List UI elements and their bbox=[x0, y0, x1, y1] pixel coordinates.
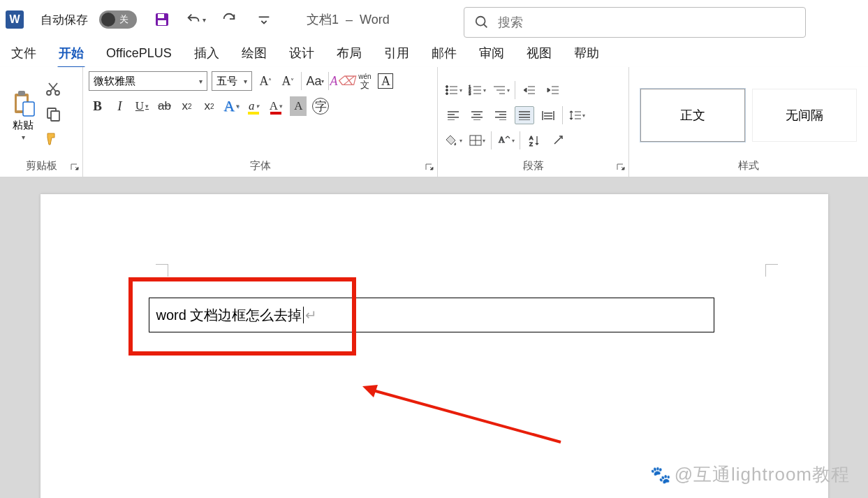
tab-design[interactable]: 设计 bbox=[282, 41, 321, 66]
style-normal[interactable]: 正文 bbox=[640, 89, 745, 142]
document-area[interactable]: word 文档边框怎么去掉↵ bbox=[0, 177, 868, 498]
clear-format-button[interactable]: A⌫ bbox=[333, 72, 351, 90]
show-marks-button[interactable] bbox=[548, 131, 568, 149]
underline-button[interactable]: U▾ bbox=[133, 96, 150, 116]
font-color-button[interactable]: A▾ bbox=[267, 96, 284, 116]
dialog-launcher-icon[interactable] bbox=[425, 163, 434, 173]
align-justify-button[interactable] bbox=[515, 106, 534, 124]
svg-line-67 bbox=[371, 390, 561, 442]
document-title: 文档1 – Word bbox=[307, 11, 390, 28]
cut-icon[interactable] bbox=[45, 80, 61, 100]
group-paragraph: ▾ 123▾ ▾ ▾ ▾ ▾ A▾ bbox=[438, 67, 629, 177]
tab-home[interactable]: 开始 bbox=[52, 41, 91, 66]
annotation-arrow-icon bbox=[358, 379, 568, 449]
ribbon-tabs: 文件 开始 OfficePLUS 插入 绘图 设计 布局 引用 邮件 审阅 视图… bbox=[0, 39, 868, 67]
svg-text:Z: Z bbox=[529, 141, 533, 147]
svg-rect-15 bbox=[51, 111, 59, 121]
enclose-char-button[interactable]: 字 bbox=[312, 98, 329, 115]
margin-corner-icon bbox=[765, 264, 778, 277]
clipboard-icon bbox=[9, 89, 37, 117]
watermark: 🐾@互通lightroom教程 bbox=[650, 462, 850, 487]
undo-button[interactable]: ▾ bbox=[186, 12, 206, 27]
phonetic-guide-button[interactable]: wén文 bbox=[355, 72, 374, 90]
ribbon: 粘贴 ▾ 剪贴板 微软雅黑▾ 五号▾ A˄ A˅ Aa▾ A⌫ wé bbox=[0, 67, 868, 177]
superscript-button[interactable]: x2 bbox=[200, 96, 217, 116]
svg-text:A: A bbox=[499, 135, 505, 145]
toggle-state: 关 bbox=[119, 13, 128, 26]
svg-rect-2 bbox=[158, 20, 166, 25]
sort-button[interactable]: AZ bbox=[524, 131, 544, 149]
copy-icon[interactable] bbox=[45, 105, 61, 125]
decrease-indent-button[interactable] bbox=[520, 81, 539, 99]
tab-insert[interactable]: 插入 bbox=[187, 41, 226, 66]
char-border-button[interactable]: A bbox=[378, 73, 393, 89]
svg-point-16 bbox=[446, 86, 448, 88]
svg-line-12 bbox=[50, 83, 57, 91]
svg-text:3: 3 bbox=[469, 91, 471, 96]
tab-draw[interactable]: 绘图 bbox=[235, 41, 274, 66]
tab-view[interactable]: 视图 bbox=[520, 41, 559, 66]
tab-file[interactable]: 文件 bbox=[4, 41, 43, 66]
align-center-button[interactable] bbox=[467, 106, 487, 124]
multilevel-button[interactable]: ▾ bbox=[491, 81, 510, 99]
search-icon bbox=[474, 15, 490, 30]
highlight-button[interactable]: a▾ bbox=[245, 96, 262, 116]
dialog-launcher-icon[interactable] bbox=[616, 163, 626, 173]
line-spacing-button[interactable]: ▾ bbox=[567, 106, 587, 124]
italic-button[interactable]: I bbox=[111, 96, 128, 116]
redo-button[interactable] bbox=[221, 12, 237, 27]
margin-corner-icon bbox=[156, 264, 168, 277]
svg-point-18 bbox=[446, 89, 448, 91]
chevron-down-icon[interactable]: ▾ bbox=[203, 16, 206, 24]
subscript-button[interactable]: x2 bbox=[178, 96, 195, 116]
chevron-down-icon[interactable]: ▾ bbox=[6, 133, 41, 141]
group-styles: 正文 无间隔 样式 bbox=[629, 67, 868, 177]
svg-marker-68 bbox=[362, 385, 378, 397]
tab-mailings[interactable]: 邮件 bbox=[425, 41, 464, 66]
shading-button[interactable]: ▾ bbox=[443, 131, 463, 149]
asian-layout-button[interactable]: A▾ bbox=[496, 131, 515, 149]
word-logo-icon: W bbox=[6, 10, 24, 29]
font-size-combo[interactable]: 五号▾ bbox=[212, 71, 252, 91]
strikethrough-button[interactable]: ab bbox=[156, 96, 172, 116]
title-bar: W 自动保存 关 ▾ 文档1 – Word 搜索 bbox=[0, 0, 868, 39]
align-left-button[interactable] bbox=[443, 106, 463, 124]
char-shading-button[interactable]: A bbox=[290, 96, 307, 116]
align-right-button[interactable] bbox=[491, 106, 510, 124]
page[interactable]: word 文档边框怎么去掉↵ bbox=[41, 194, 828, 498]
svg-text:A: A bbox=[529, 135, 534, 141]
save-icon[interactable] bbox=[154, 11, 170, 28]
svg-point-4 bbox=[476, 17, 485, 26]
tab-layout[interactable]: 布局 bbox=[330, 41, 369, 66]
format-painter-icon[interactable] bbox=[45, 131, 61, 150]
shrink-font-button[interactable]: A˅ bbox=[279, 72, 297, 90]
font-name-combo[interactable]: 微软雅黑▾ bbox=[89, 71, 207, 91]
style-no-spacing[interactable]: 无间隔 bbox=[752, 89, 857, 142]
numbering-button[interactable]: 123▾ bbox=[467, 81, 487, 99]
change-case-button[interactable]: Aa▾ bbox=[306, 72, 324, 90]
increase-indent-button[interactable] bbox=[543, 81, 563, 99]
tab-help[interactable]: 帮助 bbox=[567, 41, 606, 66]
tab-references[interactable]: 引用 bbox=[377, 41, 416, 66]
align-distributed-button[interactable] bbox=[538, 106, 558, 124]
grow-font-button[interactable]: A˄ bbox=[256, 72, 274, 90]
group-clipboard: 粘贴 ▾ 剪贴板 bbox=[0, 67, 83, 177]
tab-review[interactable]: 审阅 bbox=[472, 41, 511, 66]
search-box[interactable]: 搜索 bbox=[464, 7, 806, 38]
qat-customize[interactable] bbox=[256, 12, 272, 27]
autosave-label: 自动保存 bbox=[41, 12, 88, 28]
svg-rect-8 bbox=[18, 91, 25, 96]
bullets-button[interactable]: ▾ bbox=[443, 81, 463, 99]
bold-button[interactable]: B bbox=[89, 96, 105, 116]
paw-icon: 🐾 bbox=[650, 465, 672, 485]
svg-rect-9 bbox=[23, 102, 34, 116]
tab-officeplus[interactable]: OfficePLUS bbox=[99, 42, 179, 65]
text-effects-button[interactable]: A▾ bbox=[223, 96, 240, 116]
annotation-highlight-box bbox=[128, 277, 356, 356]
borders-button[interactable]: ▾ bbox=[467, 131, 487, 149]
autosave-toggle[interactable]: 关 bbox=[99, 10, 137, 29]
svg-line-5 bbox=[484, 24, 487, 28]
dialog-launcher-icon[interactable] bbox=[70, 163, 80, 173]
svg-rect-1 bbox=[158, 14, 164, 18]
paste-button[interactable]: 粘贴 ▾ bbox=[6, 89, 41, 141]
